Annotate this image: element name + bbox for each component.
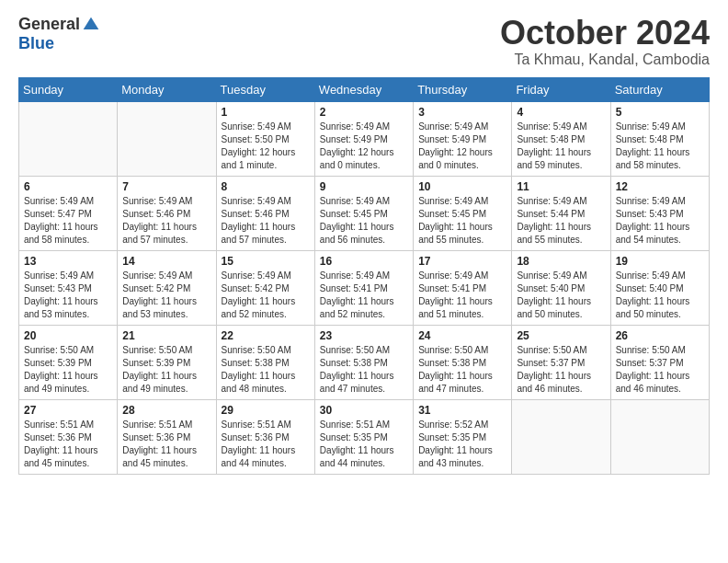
day-number: 29 (222, 404, 310, 417)
day-number: 18 (517, 255, 605, 268)
day-info: Sunrise: 5:49 AM Sunset: 5:48 PM Dayligh… (616, 121, 704, 172)
svg-marker-0 (84, 17, 99, 29)
day-number: 21 (122, 329, 210, 342)
calendar-day-cell: 3Sunrise: 5:49 AM Sunset: 5:49 PM Daylig… (414, 101, 512, 176)
calendar-day-header: Thursday (414, 77, 512, 101)
day-info: Sunrise: 5:49 AM Sunset: 5:43 PM Dayligh… (616, 195, 704, 247)
title-area: October 2024 Ta Khmau, Kandal, Cambodia (500, 15, 710, 68)
day-info: Sunrise: 5:50 AM Sunset: 5:39 PM Dayligh… (122, 344, 210, 396)
calendar-day-cell: 17Sunrise: 5:49 AM Sunset: 5:41 PM Dayli… (414, 250, 512, 325)
calendar-day-header: Sunday (19, 77, 118, 101)
day-info: Sunrise: 5:49 AM Sunset: 5:44 PM Dayligh… (517, 195, 605, 247)
day-number: 24 (418, 329, 506, 342)
calendar-day-cell: 15Sunrise: 5:49 AM Sunset: 5:42 PM Dayli… (216, 250, 314, 325)
calendar-day-cell: 7Sunrise: 5:49 AM Sunset: 5:46 PM Daylig… (118, 176, 216, 250)
calendar-day-cell: 21Sunrise: 5:50 AM Sunset: 5:39 PM Dayli… (118, 325, 216, 399)
calendar-day-cell: 10Sunrise: 5:49 AM Sunset: 5:45 PM Dayli… (414, 176, 512, 250)
calendar-week-row: 13Sunrise: 5:49 AM Sunset: 5:43 PM Dayli… (19, 250, 710, 325)
calendar-day-cell: 6Sunrise: 5:49 AM Sunset: 5:47 PM Daylig… (19, 176, 118, 250)
day-info: Sunrise: 5:49 AM Sunset: 5:45 PM Dayligh… (320, 195, 408, 247)
day-number: 19 (616, 255, 704, 268)
calendar-day-cell: 12Sunrise: 5:49 AM Sunset: 5:43 PM Dayli… (610, 176, 709, 250)
calendar-day-cell: 8Sunrise: 5:49 AM Sunset: 5:46 PM Daylig… (216, 176, 314, 250)
day-number: 28 (122, 404, 210, 417)
day-number: 4 (517, 106, 605, 119)
calendar-day-cell (118, 101, 216, 176)
page-subtitle: Ta Khmau, Kandal, Cambodia (500, 52, 710, 68)
calendar-header-row: SundayMondayTuesdayWednesdayThursdayFrid… (19, 77, 710, 101)
calendar-week-row: 20Sunrise: 5:50 AM Sunset: 5:39 PM Dayli… (19, 325, 710, 399)
calendar-week-row: 27Sunrise: 5:51 AM Sunset: 5:36 PM Dayli… (19, 399, 710, 474)
day-number: 8 (222, 180, 310, 193)
calendar-week-row: 6Sunrise: 5:49 AM Sunset: 5:47 PM Daylig… (19, 176, 710, 250)
calendar-table: SundayMondayTuesdayWednesdayThursdayFrid… (18, 77, 710, 475)
day-number: 31 (418, 404, 506, 417)
calendar-day-cell: 25Sunrise: 5:50 AM Sunset: 5:37 PM Dayli… (512, 325, 610, 399)
calendar-day-cell (512, 399, 610, 474)
day-info: Sunrise: 5:51 AM Sunset: 5:36 PM Dayligh… (122, 419, 210, 470)
day-number: 27 (24, 404, 112, 417)
day-info: Sunrise: 5:49 AM Sunset: 5:40 PM Dayligh… (517, 270, 605, 321)
day-info: Sunrise: 5:50 AM Sunset: 5:38 PM Dayligh… (320, 344, 408, 396)
calendar-day-cell: 5Sunrise: 5:49 AM Sunset: 5:48 PM Daylig… (610, 101, 709, 176)
day-number: 7 (122, 180, 210, 193)
day-info: Sunrise: 5:51 AM Sunset: 5:36 PM Dayligh… (24, 419, 112, 470)
calendar-day-cell: 18Sunrise: 5:49 AM Sunset: 5:40 PM Dayli… (512, 250, 610, 325)
day-number: 17 (418, 255, 506, 268)
day-info: Sunrise: 5:51 AM Sunset: 5:35 PM Dayligh… (320, 419, 408, 470)
calendar-day-cell: 16Sunrise: 5:49 AM Sunset: 5:41 PM Dayli… (314, 250, 413, 325)
calendar-day-cell: 24Sunrise: 5:50 AM Sunset: 5:38 PM Dayli… (414, 325, 512, 399)
calendar-day-cell (19, 101, 118, 176)
calendar-day-cell: 2Sunrise: 5:49 AM Sunset: 5:49 PM Daylig… (314, 101, 413, 176)
day-info: Sunrise: 5:49 AM Sunset: 5:47 PM Dayligh… (24, 195, 112, 247)
header: General Blue October 2024 Ta Khmau, Kand… (18, 15, 710, 68)
day-number: 16 (320, 255, 408, 268)
day-info: Sunrise: 5:52 AM Sunset: 5:35 PM Dayligh… (418, 419, 506, 470)
day-number: 9 (320, 180, 408, 193)
calendar-day-cell: 27Sunrise: 5:51 AM Sunset: 5:36 PM Dayli… (19, 399, 118, 474)
calendar-day-cell: 13Sunrise: 5:49 AM Sunset: 5:43 PM Dayli… (19, 250, 118, 325)
calendar-day-cell: 31Sunrise: 5:52 AM Sunset: 5:35 PM Dayli… (414, 399, 512, 474)
day-info: Sunrise: 5:49 AM Sunset: 5:40 PM Dayligh… (616, 270, 704, 321)
calendar-day-cell: 14Sunrise: 5:49 AM Sunset: 5:42 PM Dayli… (118, 250, 216, 325)
page-title: October 2024 (500, 15, 710, 52)
calendar-day-cell: 20Sunrise: 5:50 AM Sunset: 5:39 PM Dayli… (19, 325, 118, 399)
calendar-day-cell: 28Sunrise: 5:51 AM Sunset: 5:36 PM Dayli… (118, 399, 216, 474)
calendar-day-header: Friday (512, 77, 610, 101)
day-info: Sunrise: 5:49 AM Sunset: 5:43 PM Dayligh… (24, 270, 112, 321)
calendar-day-cell: 11Sunrise: 5:49 AM Sunset: 5:44 PM Dayli… (512, 176, 610, 250)
day-number: 5 (616, 106, 704, 119)
day-info: Sunrise: 5:49 AM Sunset: 5:42 PM Dayligh… (222, 270, 310, 321)
day-info: Sunrise: 5:50 AM Sunset: 5:39 PM Dayligh… (24, 344, 112, 396)
day-info: Sunrise: 5:50 AM Sunset: 5:37 PM Dayligh… (517, 344, 605, 396)
day-info: Sunrise: 5:49 AM Sunset: 5:48 PM Dayligh… (517, 121, 605, 172)
day-number: 20 (24, 329, 112, 342)
day-info: Sunrise: 5:51 AM Sunset: 5:36 PM Dayligh… (222, 419, 310, 470)
calendar-day-cell: 29Sunrise: 5:51 AM Sunset: 5:36 PM Dayli… (216, 399, 314, 474)
day-info: Sunrise: 5:49 AM Sunset: 5:46 PM Dayligh… (122, 195, 210, 247)
calendar-day-header: Monday (118, 77, 216, 101)
day-info: Sunrise: 5:49 AM Sunset: 5:49 PM Dayligh… (320, 121, 408, 172)
calendar-day-cell: 22Sunrise: 5:50 AM Sunset: 5:38 PM Dayli… (216, 325, 314, 399)
day-info: Sunrise: 5:50 AM Sunset: 5:37 PM Dayligh… (616, 344, 704, 396)
calendar-day-header: Saturday (610, 77, 709, 101)
day-info: Sunrise: 5:49 AM Sunset: 5:45 PM Dayligh… (418, 195, 506, 247)
calendar-day-cell: 30Sunrise: 5:51 AM Sunset: 5:35 PM Dayli… (314, 399, 413, 474)
calendar-day-header: Wednesday (314, 77, 413, 101)
calendar-day-cell: 9Sunrise: 5:49 AM Sunset: 5:45 PM Daylig… (314, 176, 413, 250)
day-number: 3 (418, 106, 506, 119)
day-number: 10 (418, 180, 506, 193)
day-number: 15 (222, 255, 310, 268)
day-info: Sunrise: 5:49 AM Sunset: 5:42 PM Dayligh… (122, 270, 210, 321)
logo: General Blue (18, 15, 100, 53)
calendar-day-cell (610, 399, 709, 474)
day-info: Sunrise: 5:49 AM Sunset: 5:50 PM Dayligh… (222, 121, 310, 172)
calendar-day-header: Tuesday (216, 77, 314, 101)
calendar-week-row: 1Sunrise: 5:49 AM Sunset: 5:50 PM Daylig… (19, 101, 710, 176)
day-info: Sunrise: 5:50 AM Sunset: 5:38 PM Dayligh… (418, 344, 506, 396)
day-info: Sunrise: 5:49 AM Sunset: 5:49 PM Dayligh… (418, 121, 506, 172)
day-number: 13 (24, 255, 112, 268)
day-info: Sunrise: 5:50 AM Sunset: 5:38 PM Dayligh… (222, 344, 310, 396)
logo-blue-text: Blue (18, 34, 54, 53)
logo-icon (82, 16, 100, 34)
